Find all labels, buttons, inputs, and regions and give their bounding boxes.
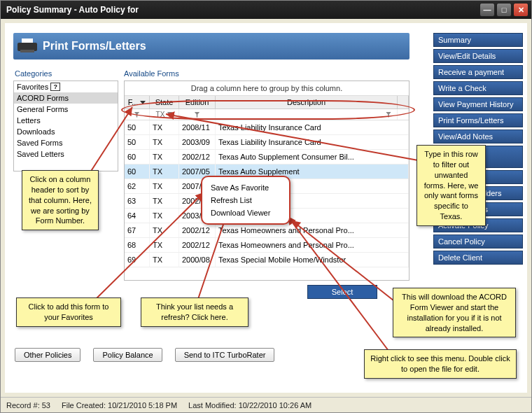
cell-edition: 2002/12 xyxy=(179,238,216,252)
categories-label: Categories xyxy=(15,69,52,78)
status-created: File Created: 10/21/2010 5:18 PM xyxy=(62,401,177,410)
cell-description: Texas Homeowners and Personal Pro... xyxy=(216,238,409,252)
nav-print-forms-letters[interactable]: Print Forms/Letters xyxy=(433,113,523,127)
cell-f: 63 xyxy=(125,194,150,208)
context-refresh-list[interactable]: Refresh List xyxy=(204,194,288,206)
cell-state: TX xyxy=(150,238,179,252)
filter-edition[interactable] xyxy=(179,109,216,120)
column-header-form-label: F... xyxy=(128,98,139,106)
help-icon[interactable]: ? xyxy=(50,83,60,91)
category-item[interactable]: General Forms xyxy=(14,104,118,115)
close-button[interactable]: ✕ xyxy=(513,3,528,17)
nav-write-a-check[interactable]: Write a Check xyxy=(433,81,523,95)
status-record: Record #: 53 xyxy=(6,401,50,410)
cell-f: 62 xyxy=(125,179,150,193)
table-row[interactable]: 68TX2002/12Texas Homeowners and Personal… xyxy=(125,238,409,253)
table-row[interactable]: 50TX2008/11Texas Liability Insurance Car… xyxy=(125,120,409,135)
cell-f: 64 xyxy=(125,209,150,223)
column-header-form[interactable]: F... xyxy=(125,96,150,108)
cell-edition: 2002/12 xyxy=(179,150,216,164)
cell-f: 50 xyxy=(125,120,150,134)
titlebar: Policy Summary - Auto Policy for — □ ✕ xyxy=(1,1,531,19)
window-title: Policy Summary - Auto Policy for xyxy=(6,5,478,15)
statusbar: Record #: 53 File Created: 10/21/2010 5:… xyxy=(1,397,531,412)
column-header-edition[interactable]: Edition xyxy=(179,96,216,108)
policy-balance-button[interactable]: Policy Balance xyxy=(93,348,162,362)
funnel-icon xyxy=(167,112,172,118)
category-item[interactable]: Downloads xyxy=(14,126,118,137)
category-item[interactable]: Saved Forms xyxy=(14,137,118,148)
funnel-icon xyxy=(134,112,140,118)
cell-f: 60 xyxy=(125,150,150,164)
table-row[interactable]: 69TX2000/08Texas Special Mobile Home/Win… xyxy=(125,253,409,267)
cell-state: TX xyxy=(150,223,179,237)
cell-state: TX xyxy=(150,120,179,134)
cell-f: 69 xyxy=(125,253,150,267)
nav-view-edit-details[interactable]: View/Edit Details xyxy=(433,49,523,63)
filter-form[interactable] xyxy=(125,109,150,120)
column-header-description[interactable]: Description xyxy=(216,96,398,108)
tip-rightclick: Right click to see this menu. Double cli… xyxy=(364,349,517,379)
header-title: Print Forms/Letters xyxy=(43,40,146,52)
table-row[interactable]: 67TX2002/12Texas Homeowners and Personal… xyxy=(125,223,409,238)
cell-state: TX xyxy=(150,253,179,267)
printer-icon xyxy=(18,38,37,54)
nav-receive-a-payment[interactable]: Receive a payment xyxy=(433,65,523,79)
categories-list: Favorites?ACORD FormsGeneral FormsLetter… xyxy=(13,80,118,172)
cell-edition: 2008/11 xyxy=(179,120,216,134)
cell-f: 68 xyxy=(125,238,150,252)
send-to-turborater-button[interactable]: Send to ITC TurboRater xyxy=(175,348,275,362)
cell-description: Texas Auto Supplement Consumer Bil... xyxy=(216,150,409,164)
status-modified: Last Modified: 10/22/2010 10:26 AM xyxy=(188,401,312,410)
filter-state[interactable]: TX xyxy=(150,109,179,120)
tip-sort: Click on a column header to sort by that… xyxy=(22,170,99,230)
cell-state: TX xyxy=(150,194,179,208)
cell-description: Texas Special Mobile Home/Windstor xyxy=(216,253,409,267)
cell-description: Texas Liability Insurance Card xyxy=(216,120,409,134)
other-policies-button[interactable]: Other Policies xyxy=(15,348,80,362)
cell-state: TX xyxy=(150,135,179,149)
bottom-button-row: Other Policies Policy Balance Send to IT… xyxy=(15,348,274,362)
category-item[interactable]: Saved Letters xyxy=(14,148,118,160)
group-by-row[interactable]: Drag a column here to group by this colu… xyxy=(125,81,409,96)
cell-description: Texas Liability Insurance Card xyxy=(216,135,409,149)
context-save-favorite[interactable]: Save As Favorite xyxy=(204,181,288,194)
funnel-icon xyxy=(195,112,200,118)
grid-header-row: F... State Edition Description xyxy=(125,96,409,109)
nav-cancel-policy[interactable]: Cancel Policy xyxy=(433,234,523,248)
category-item[interactable]: Letters xyxy=(14,115,118,126)
filter-description[interactable] xyxy=(216,109,398,120)
filter-state-value: TX xyxy=(156,111,165,118)
tip-favorites: Click to add this form to your Favorites xyxy=(16,298,121,327)
table-row[interactable]: 60TX2002/12Texas Auto Supplement Consume… xyxy=(125,150,409,164)
grid-filter-row[interactable]: TX xyxy=(125,109,409,120)
nav-view-payment-history[interactable]: View Payment History xyxy=(433,97,523,111)
tip-refresh: Think your list needs a refresh? Click h… xyxy=(141,298,248,327)
content-area: Print Forms/Letters Categories Available… xyxy=(5,23,527,393)
sort-desc-icon xyxy=(140,101,146,104)
tip-filter: Type in this row to filter out unwanted … xyxy=(416,145,486,226)
category-item[interactable]: Favorites? xyxy=(14,81,118,92)
minimize-button[interactable]: — xyxy=(479,3,495,17)
nav-view-add-notes[interactable]: View/Add Notes xyxy=(433,130,523,144)
column-header-state[interactable]: State xyxy=(150,96,179,108)
available-forms-label: Available Forms xyxy=(124,69,179,78)
cell-edition: 2003/09 xyxy=(179,135,216,149)
context-download-viewer[interactable]: Download Viewer xyxy=(204,206,288,219)
nav-delete-client[interactable]: Delete Client xyxy=(433,251,523,265)
maximize-button[interactable]: □ xyxy=(496,3,512,17)
grid-scrollbar-header xyxy=(398,96,409,108)
nav-summary[interactable]: Summary xyxy=(433,33,523,47)
cell-edition: 2000/08 xyxy=(179,253,216,267)
cell-state: TX xyxy=(150,150,179,164)
cell-state: TX xyxy=(150,209,179,223)
filter-scroll-gap xyxy=(398,109,409,120)
category-item[interactable]: ACORD Forms xyxy=(14,92,118,104)
context-menu: Save As Favorite Refresh List Download V… xyxy=(201,176,290,225)
cell-f: 60 xyxy=(125,164,150,178)
table-row[interactable]: 50TX2003/09Texas Liability Insurance Car… xyxy=(125,135,409,150)
tip-download: This will download the ACORD Form Viewer… xyxy=(393,288,516,337)
cell-edition: 2002/12 xyxy=(179,223,216,237)
select-button[interactable]: Select xyxy=(307,285,377,299)
cell-description: Texas Homeowners and Personal Pro... xyxy=(216,223,409,237)
